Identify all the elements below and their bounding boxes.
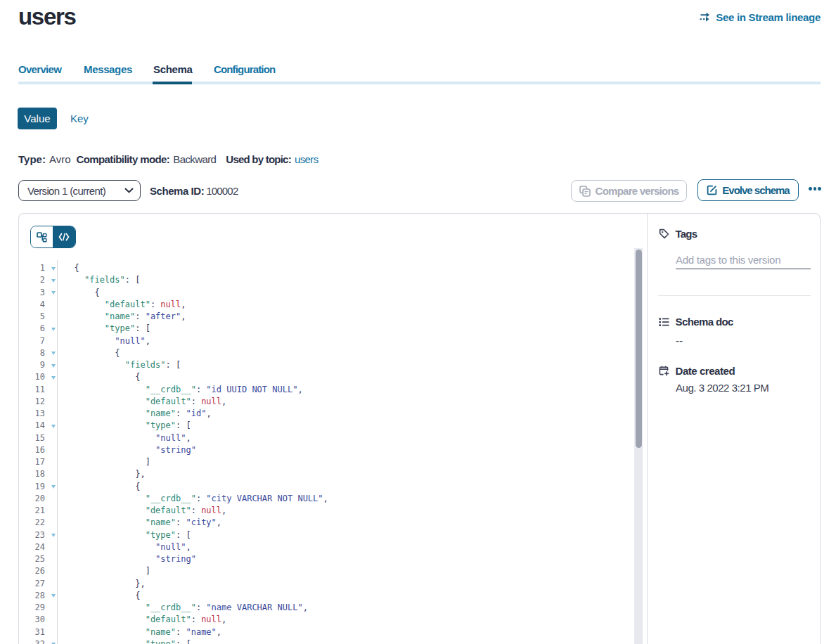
version-select-value: Version 1 (current) xyxy=(27,185,124,197)
code-line: 1{ xyxy=(20,262,634,274)
line-number: 10 xyxy=(20,371,45,383)
chevron-down-icon xyxy=(124,188,134,193)
tag-icon xyxy=(659,228,669,239)
type-label: Type: xyxy=(18,153,46,165)
code-line: 14 "type": [ xyxy=(20,420,634,432)
evolve-schema-button[interactable]: Evolve schema xyxy=(697,179,799,201)
fold-arrow-icon[interactable] xyxy=(51,279,56,283)
compare-versions-button[interactable]: Compare versions xyxy=(571,180,687,202)
code-line: 9 "fields": [ xyxy=(20,359,634,371)
line-number: 2 xyxy=(20,274,45,286)
tags-input-wrap xyxy=(676,254,811,269)
fold-arrow-icon[interactable] xyxy=(51,364,56,368)
editor-scrollbar-thumb[interactable] xyxy=(636,250,642,448)
topic-link[interactable]: users xyxy=(295,153,319,165)
code-line: 30 "default": null, xyxy=(20,614,634,626)
fold-arrow-icon[interactable] xyxy=(51,425,56,428)
code-text: "name": "after", xyxy=(75,311,186,323)
schema-doc-heading: Schema doc xyxy=(676,316,733,328)
line-number: 16 xyxy=(20,444,45,456)
date-created-value: Aug. 3 2022 3:21 PM xyxy=(676,382,769,394)
code-text: { xyxy=(75,590,141,602)
tab-bar: Overview Messages Schema Configuration xyxy=(18,63,370,82)
list-icon xyxy=(659,317,669,327)
ellipsis-dot xyxy=(809,187,812,191)
fold-arrow-icon[interactable] xyxy=(51,291,56,295)
line-number: 30 xyxy=(20,614,45,626)
code-text: "__crdb__": "city VARCHAR NOT NULL", xyxy=(75,493,328,505)
code-line: 13 "name": "id", xyxy=(20,408,634,420)
editor-scrollbar[interactable] xyxy=(634,248,643,644)
line-number: 5 xyxy=(20,311,45,323)
stream-lineage-label: See in Stream lineage xyxy=(716,11,821,23)
line-number: 13 xyxy=(20,408,45,420)
tab-configuration[interactable]: Configuration xyxy=(214,63,275,75)
fold-arrow-icon[interactable] xyxy=(51,485,56,489)
code-editor[interactable]: 1{2 "fields": [3 {4 "default": null,5 "n… xyxy=(20,248,634,644)
tab-overview[interactable]: Overview xyxy=(18,63,61,75)
code-text: "name": "city", xyxy=(75,517,222,529)
code-text: "fields": [ xyxy=(75,359,181,371)
tags-input[interactable] xyxy=(676,254,811,269)
fold-arrow-icon[interactable] xyxy=(51,594,56,598)
date-created-heading: Date created xyxy=(676,365,735,377)
code-text: "__crdb__": "id UUID NOT NULL", xyxy=(75,384,303,396)
code-line: 2 "fields": [ xyxy=(20,274,634,286)
fold-arrow-icon[interactable] xyxy=(51,352,56,355)
code-line: 11 "__crdb__": "id UUID NOT NULL", xyxy=(20,384,634,396)
fold-arrow-icon[interactable] xyxy=(51,376,56,380)
schema-sidebar: Tags Schema doc -- xyxy=(647,214,821,644)
type-value: Avro xyxy=(49,153,71,165)
code-text: { xyxy=(75,347,120,359)
schema-id-label: Schema ID: xyxy=(150,185,204,197)
code-text: ] xyxy=(75,456,150,468)
line-number: 24 xyxy=(20,541,45,553)
compare-versions-label: Compare versions xyxy=(596,185,679,197)
line-number: 12 xyxy=(20,396,45,408)
code-line: 3 { xyxy=(20,287,634,299)
compatibility-label: Compatibility mode: xyxy=(76,153,169,165)
code-view-button[interactable] xyxy=(53,226,75,247)
code-text: "type": [ xyxy=(75,529,191,541)
more-actions-button[interactable] xyxy=(804,178,826,200)
line-number: 8 xyxy=(20,347,45,359)
code-text: "__crdb__": "name VARCHAR NULL", xyxy=(75,602,308,614)
tab-messages[interactable]: Messages xyxy=(84,63,132,75)
code-text: }, xyxy=(75,468,146,480)
code-line: 16 "string" xyxy=(20,444,634,456)
line-number: 11 xyxy=(20,384,45,396)
code-line: 17 ] xyxy=(20,456,634,468)
code-text: "null", xyxy=(75,432,191,444)
version-select[interactable]: Version 1 (current) xyxy=(18,180,141,201)
stream-lineage-link[interactable]: See in Stream lineage xyxy=(700,11,821,23)
used-by-topic-label: Used by topic: xyxy=(226,153,291,165)
schema-meta-row: Type: Avro Compatibility mode: Backward … xyxy=(18,153,319,165)
fold-arrow-icon[interactable] xyxy=(51,328,56,331)
code-text: "default": null, xyxy=(75,614,227,626)
line-number: 21 xyxy=(20,505,45,517)
code-line: 26 ] xyxy=(20,565,634,577)
line-number: 1 xyxy=(20,262,45,274)
tab-schema[interactable]: Schema xyxy=(153,63,192,75)
fold-arrow-icon[interactable] xyxy=(51,534,56,537)
fold-arrow-icon[interactable] xyxy=(51,267,56,271)
key-toggle-button[interactable]: Key xyxy=(70,108,89,129)
schema-doc-section-header: Schema doc xyxy=(659,316,733,328)
tree-view-button[interactable] xyxy=(31,226,53,247)
code-line: 22 "name": "city", xyxy=(20,517,634,529)
code-text: { xyxy=(75,287,100,299)
value-toggle-button[interactable]: Value xyxy=(18,108,57,129)
schema-doc-value: -- xyxy=(676,335,683,347)
code-text: ] xyxy=(75,565,150,577)
code-line: 8 { xyxy=(20,347,634,359)
code-line: 10 { xyxy=(20,371,634,383)
line-number: 20 xyxy=(20,493,45,505)
line-number: 9 xyxy=(20,359,45,371)
code-text: }, xyxy=(75,578,146,590)
line-number: 31 xyxy=(20,626,45,638)
code-line: 24 "null", xyxy=(20,541,634,553)
schema-id-value: 100002 xyxy=(206,185,238,197)
line-number: 26 xyxy=(20,565,45,577)
page-title: users xyxy=(18,5,76,28)
tab-bar-underline xyxy=(18,82,821,85)
